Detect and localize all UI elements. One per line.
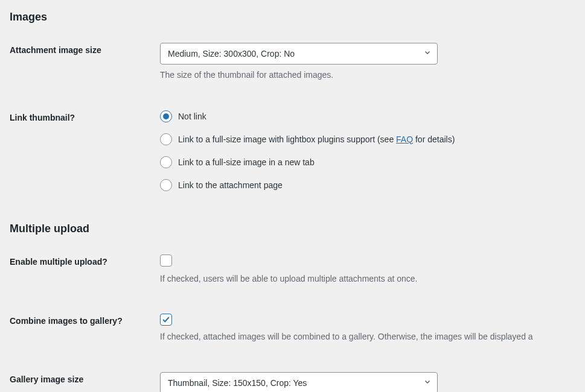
select-wrap-attachment-size: Medium, Size: 300x300, Crop: No <box>160 43 438 65</box>
label-link-thumbnail: Link thumbnail? <box>10 110 160 122</box>
field-gallery-image-size: Thumbnail, Size: 150x150, Crop: Yes The … <box>160 372 585 392</box>
select-attachment-image-size[interactable]: Medium, Size: 300x300, Crop: No <box>160 43 438 65</box>
radio-icon <box>160 156 172 168</box>
checkbox-enable-multiple-upload[interactable] <box>160 254 172 267</box>
radio-icon <box>160 110 172 122</box>
select-wrap-gallery-size: Thumbnail, Size: 150x150, Crop: Yes <box>160 372 438 392</box>
text-prefix: Link to a full-size image with lightbox … <box>178 134 396 144</box>
radio-label-not-link: Not link <box>178 112 206 121</box>
text-suffix: for details) <box>413 134 455 144</box>
radio-option-lightbox[interactable]: Link to a full-size image with lightbox … <box>160 133 585 145</box>
radio-option-new-tab[interactable]: Link to a full-size image in a new tab <box>160 156 585 168</box>
row-attachment-image-size: Attachment image size Medium, Size: 300x… <box>0 34 585 90</box>
label-gallery-image-size: Gallery image size <box>10 372 160 384</box>
radio-icon <box>160 179 172 191</box>
faq-link[interactable]: FAQ <box>396 134 413 144</box>
label-enable-multiple-upload: Enable multiple upload? <box>10 254 160 267</box>
help-attachment-image-size: The size of the thumbnail for attached i… <box>160 69 585 81</box>
radio-label-attachment-page: Link to the attachment page <box>178 180 283 190</box>
radio-icon <box>160 133 172 145</box>
radio-option-not-link[interactable]: Not link <box>160 110 585 122</box>
field-enable-multiple-upload: If checked, users will be able to upload… <box>160 254 585 285</box>
label-attachment-image-size: Attachment image size <box>10 43 160 55</box>
checkbox-combine-gallery[interactable] <box>160 314 172 326</box>
images-heading: Images <box>0 0 585 34</box>
row-link-thumbnail: Link thumbnail? Not link Link to a full-… <box>0 102 585 200</box>
row-combine-gallery: Combine images to gallery? If checked, a… <box>0 305 585 352</box>
radio-label-lightbox: Link to a full-size image with lightbox … <box>178 134 455 144</box>
field-combine-gallery: If checked, attached images will be comb… <box>160 314 585 343</box>
row-enable-multiple-upload: Enable multiple upload? If checked, user… <box>0 246 585 294</box>
radio-option-attachment-page[interactable]: Link to the attachment page <box>160 179 585 191</box>
select-gallery-image-size[interactable]: Thumbnail, Size: 150x150, Crop: Yes <box>160 372 438 392</box>
label-combine-gallery: Combine images to gallery? <box>10 314 160 326</box>
radio-group-link-thumbnail: Not link Link to a full-size image with … <box>160 110 585 191</box>
field-attachment-image-size: Medium, Size: 300x300, Crop: No The size… <box>160 43 585 81</box>
field-link-thumbnail: Not link Link to a full-size image with … <box>160 110 585 191</box>
settings-form: Images Attachment image size Medium, Siz… <box>0 0 585 392</box>
help-combine-gallery: If checked, attached images will be comb… <box>160 331 585 343</box>
radio-label-new-tab: Link to a full-size image in a new tab <box>178 157 315 167</box>
multiple-upload-heading: Multiple upload <box>0 212 585 246</box>
help-enable-multiple-upload: If checked, users will be able to upload… <box>160 273 585 285</box>
row-gallery-image-size: Gallery image size Thumbnail, Size: 150x… <box>0 364 585 392</box>
